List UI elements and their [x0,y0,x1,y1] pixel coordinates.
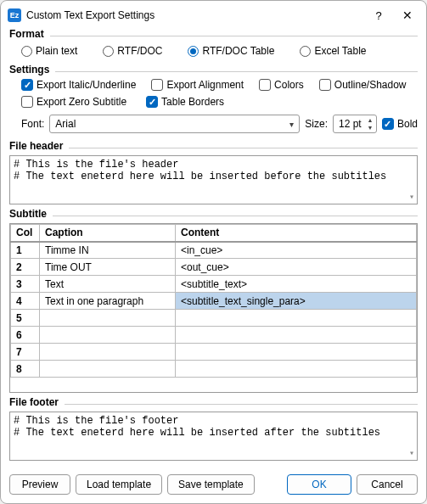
help-button[interactable]: ? [367,6,390,25]
chevron-down-icon: ▾ [409,192,414,202]
radio-excel-table[interactable]: Excel Table [300,45,366,57]
titlebar: Ez Custom Text Export Settings ? ✕ [1,1,426,28]
table-row: 1Timme IN<in_cue> [11,242,417,259]
size-value: 12 pt [339,118,362,130]
check-outline-shadow[interactable]: Outline/Shadow [319,79,407,91]
caption-cell[interactable]: Text in one paragraph [40,293,176,310]
file-footer-group: File footer [9,396,418,408]
preview-button[interactable]: Preview [9,474,70,495]
settings-label: Settings [9,64,52,76]
app-icon: Ez [8,8,21,22]
row-number[interactable]: 4 [11,293,40,310]
check-export-zero-subtitle[interactable]: Export Zero Subtitle [21,96,126,108]
row-number[interactable]: 6 [11,327,40,344]
content-cell[interactable]: <out_cue> [176,259,417,276]
table-header-row: Col Caption Content [11,225,417,242]
save-template-button[interactable]: Save template [167,474,255,495]
table-row: 5 [11,310,417,327]
check-colors[interactable]: Colors [259,79,304,91]
file-header-group: File header [9,140,418,152]
content-cell[interactable] [176,344,417,361]
chevron-down-icon: ▾ [289,120,294,129]
caption-cell[interactable]: Text [40,276,176,293]
subtitle-table[interactable]: Col Caption Content 1Timme IN<in_cue>2Ti… [9,223,418,393]
table-row: 6 [11,327,417,344]
file-footer-label: File footer [9,396,61,408]
row-number[interactable]: 1 [11,242,40,259]
radio-rtf-doc-table[interactable]: RTF/DOC Table [188,45,274,57]
row-number[interactable]: 2 [11,259,40,276]
caption-cell[interactable]: Time OUT [40,259,176,276]
table-row: 3Text<subtitle_text> [11,276,417,293]
content-cell[interactable]: <subtitle_text> [176,276,417,293]
table-row: 2Time OUT<out_cue> [11,259,417,276]
close-button[interactable]: ✕ [396,6,419,25]
caption-cell[interactable] [40,344,176,361]
check-bold[interactable]: Bold [382,118,418,130]
table-row: 8 [11,361,417,378]
cancel-button[interactable]: Cancel [357,474,418,495]
content-cell[interactable] [176,361,417,378]
table-row: 7 [11,344,417,361]
size-spinner[interactable]: 12 pt ▲▼ [333,115,377,133]
content-cell[interactable] [176,327,417,344]
settings-group: Settings Export Italic/Underline Export … [9,64,418,137]
font-combo[interactable]: Arial ▾ [49,115,300,133]
font-value: Arial [55,118,76,130]
load-template-button[interactable]: Load template [76,474,162,495]
col-header-col[interactable]: Col [11,225,40,242]
subtitle-label: Subtitle [9,208,49,220]
dialog-window: Ez Custom Text Export Settings ? ✕ Forma… [0,0,427,504]
format-group: Format Plain text RTF/DOC RTF/DOC Table … [9,28,418,60]
content-cell[interactable] [176,310,417,327]
dialog-title: Custom Text Export Settings [26,9,362,21]
font-label: Font: [21,118,44,130]
chevron-down-icon: ▾ [409,448,414,458]
file-header-textarea[interactable]: # This is the file's header # The text e… [9,155,418,204]
row-number[interactable]: 3 [11,276,40,293]
radio-rtf-doc[interactable]: RTF/DOC [103,45,162,57]
file-footer-textarea[interactable]: # This is the file's footer # The text e… [9,412,418,461]
caption-cell[interactable] [40,361,176,378]
caption-cell[interactable]: Timme IN [40,242,176,259]
row-number[interactable]: 8 [11,361,40,378]
col-header-content[interactable]: Content [176,225,417,242]
format-radio-group: Plain text RTF/DOC RTF/DOC Table Excel T… [9,40,418,60]
content-cell[interactable]: <subtitle_text_single_para> [176,293,417,310]
check-export-alignment[interactable]: Export Alignment [151,79,244,91]
radio-plain-text[interactable]: Plain text [21,45,77,57]
dialog-content: Format Plain text RTF/DOC RTF/DOC Table … [1,28,426,468]
format-label: Format [9,28,47,40]
row-number[interactable]: 7 [11,344,40,361]
content-cell[interactable]: <in_cue> [176,242,417,259]
row-number[interactable]: 5 [11,310,40,327]
caption-cell[interactable] [40,327,176,344]
ok-button[interactable]: OK [287,474,351,495]
subtitle-group: Subtitle [9,208,418,220]
caption-cell[interactable] [40,310,176,327]
file-header-label: File header [9,140,65,152]
col-header-caption[interactable]: Caption [40,225,176,242]
check-export-italic[interactable]: Export Italic/Underline [21,79,136,91]
size-label: Size: [305,118,328,130]
check-table-borders[interactable]: Table Borders [146,96,224,108]
button-row: Preview Load template Save template OK C… [1,468,426,503]
spinner-arrows-icon: ▲▼ [366,116,374,132]
table-row: 4Text in one paragraph<subtitle_text_sin… [11,293,417,310]
